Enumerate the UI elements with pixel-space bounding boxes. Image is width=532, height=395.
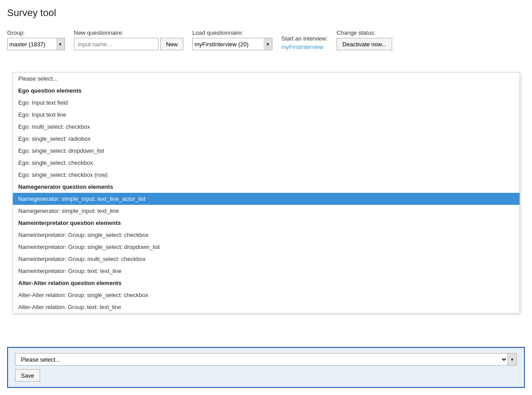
dropdown-list: Please select... Ego question elements E… bbox=[13, 73, 520, 313]
group-control: Group: master (1837) ▼ bbox=[7, 29, 65, 50]
dropdown-item[interactable]: Ego: single_select: checkbox (row) bbox=[13, 169, 520, 181]
group-select[interactable]: master (1837) bbox=[7, 38, 65, 50]
dropdown-item[interactable]: Namegenerator: simple_input: text_line bbox=[13, 205, 520, 217]
dropdown-item[interactable]: Nameinterpretator: Group: single_select:… bbox=[13, 229, 520, 241]
deactivate-button[interactable]: Deactivate now... bbox=[337, 38, 392, 50]
start-interview-label: Start an interview: bbox=[281, 35, 328, 42]
bottom-form: Please select... ▼ Save bbox=[7, 347, 525, 388]
load-questionnaire-select-wrapper: myFirstInterview (20) ▼ bbox=[192, 38, 272, 50]
load-questionnaire-label: Load questionnaire: bbox=[192, 29, 272, 36]
bottom-select-wrapper: Please select... ▼ bbox=[15, 353, 517, 366]
dropdown-group-nameinterpretator: Nameinterpretator question elements bbox=[13, 217, 520, 229]
dropdown-item[interactable]: Ego: single_select: dropdown_list bbox=[13, 145, 520, 157]
dropdown-item[interactable]: Ego: Input text field bbox=[13, 97, 520, 109]
new-questionnaire-input[interactable] bbox=[74, 38, 158, 50]
new-questionnaire-label: New questionnaire: bbox=[74, 29, 183, 36]
dropdown-item-selected[interactable]: Namegenerator: simple_input: text_line_a… bbox=[13, 193, 520, 205]
bottom-form-button-row: Save bbox=[15, 369, 517, 382]
save-button[interactable]: Save bbox=[15, 369, 40, 382]
toolbar: Group: master (1837) ▼ New questionnaire… bbox=[7, 29, 525, 50]
dropdown-item[interactable]: Ego: multi_select: checkbox bbox=[13, 121, 520, 133]
load-questionnaire-select[interactable]: myFirstInterview (20) bbox=[192, 38, 272, 50]
dropdown-group-alter-alter: Alter-Alter relation question elements bbox=[13, 277, 520, 289]
group-label: Group: bbox=[7, 29, 65, 36]
bottom-select-arrow-icon: ▼ bbox=[508, 353, 517, 366]
dropdown-item[interactable]: Ego: single_select: radiobox bbox=[13, 133, 520, 145]
new-button[interactable]: New bbox=[160, 38, 183, 50]
group-select-wrapper: master (1837) ▼ bbox=[7, 38, 65, 50]
dropdown-item[interactable]: Alter-Alter relation: Group: text: text_… bbox=[13, 301, 520, 313]
dropdown-item[interactable]: Alter-Alter relation: Group: single_sele… bbox=[13, 289, 520, 301]
bottom-select[interactable]: Please select... bbox=[15, 353, 508, 366]
dropdown-item[interactable]: Nameinterpretator: Group: text: text_lin… bbox=[13, 265, 520, 277]
start-interview-control: Start an interview: myFirstInterview bbox=[281, 35, 328, 50]
dropdown-item[interactable]: Ego: Input text line bbox=[13, 109, 520, 121]
new-questionnaire-row: New bbox=[74, 38, 183, 50]
dropdown-item[interactable]: Nameinterpretator: Group: single_select:… bbox=[13, 241, 520, 253]
load-questionnaire-control: Load questionnaire: myFirstInterview (20… bbox=[192, 29, 272, 50]
dropdown-group-namegenerator: Namegenerator question elements bbox=[13, 181, 520, 193]
page-container: Survey tool Group: master (1837) ▼ New q… bbox=[0, 0, 532, 395]
dropdown-placeholder[interactable]: Please select... bbox=[13, 73, 520, 85]
change-status-label: Change status: bbox=[337, 29, 392, 36]
start-interview-link[interactable]: myFirstInterview bbox=[281, 44, 328, 50]
dropdown-item[interactable]: Ego: single_select: checkbox bbox=[13, 157, 520, 169]
bottom-form-select-row: Please select... ▼ bbox=[15, 353, 517, 366]
change-status-control: Change status: Deactivate now... bbox=[337, 29, 392, 50]
dropdown-item[interactable]: Nameinterpretator: Group: multi_select: … bbox=[13, 253, 520, 265]
dropdown-overlay: Please select... Ego question elements E… bbox=[12, 72, 520, 314]
dropdown-group-ego: Ego question elements bbox=[13, 85, 520, 97]
page-title: Survey tool bbox=[7, 7, 525, 19]
new-questionnaire-control: New questionnaire: New bbox=[74, 29, 183, 50]
